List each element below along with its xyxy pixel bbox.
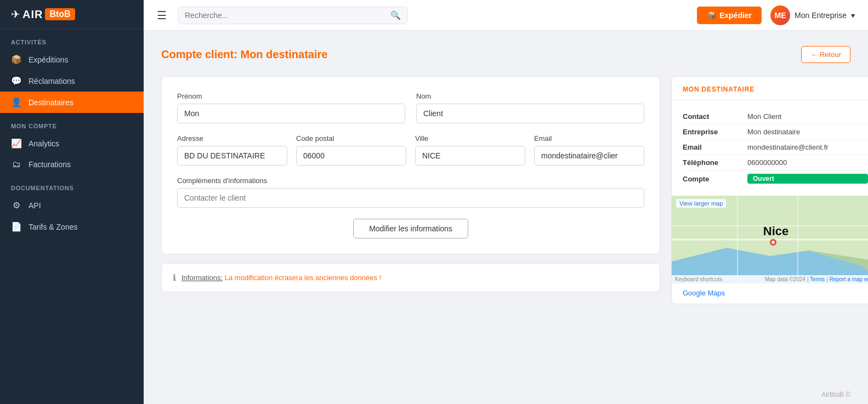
sidebar-item-facturations[interactable]: 🗂 Facturations — [0, 154, 144, 175]
logo-plane-icon: ✈ — [11, 8, 20, 21]
sidebar-item-destinataires[interactable]: 👤 Destinataires — [0, 92, 144, 113]
tarifs-icon: 📄 — [11, 221, 22, 232]
info-row-telephone: Téléphone 0600000000 — [683, 155, 868, 170]
sidebar-item-label: API — [29, 201, 41, 210]
footer: AirBtoB © — [144, 385, 868, 404]
map-data-label: Map data ©2024 | Terms | Report a map er… — [765, 276, 868, 282]
sidebar-item-label: Facturations — [29, 160, 71, 169]
map-keyboard-shortcut: Keyboard shortcuts — [675, 276, 722, 282]
map-data-text: Map data ©2024 — [765, 276, 805, 282]
info-banner: ℹ Informations: La modification écrasera… — [161, 263, 660, 292]
expeditions-icon: 📦 — [11, 54, 22, 65]
ville-label: Ville — [415, 134, 525, 143]
mon-compte-section-label: Mon compte — [0, 113, 144, 133]
content-grid: Prénom Nom Adresse — [161, 76, 850, 304]
info-icon: ℹ — [173, 272, 176, 283]
form-group-complements: Compléments d'informations — [177, 177, 644, 208]
topbar: ☰ 🔍 📦 Expédier ME Mon Entreprise ▾ — [144, 0, 868, 31]
page-header: Compte client: Mon destinataire ← Retour — [161, 46, 850, 63]
expedier-icon: 📦 — [707, 11, 716, 20]
sidebar-item-label: Tarifs & Zones — [29, 223, 77, 231]
contact-label: Contact — [683, 112, 743, 121]
user-profile[interactable]: ME Mon Entreprise ▾ — [770, 5, 855, 25]
form-card: Prénom Nom Adresse — [161, 76, 660, 254]
prenom-label: Prénom — [177, 92, 405, 100]
form-row-name: Prénom Nom — [177, 92, 644, 123]
search-icon: 🔍 — [390, 10, 401, 20]
info-row-email: Email mondestinataire@client.fr — [683, 140, 868, 155]
logo-air-text: AIR — [22, 8, 43, 21]
svg-point-8 — [771, 241, 775, 244]
view-larger-map-link[interactable]: View larger map — [676, 199, 726, 208]
main-area: ☰ 🔍 📦 Expédier ME Mon Entreprise ▾ Compt… — [144, 0, 868, 404]
documentations-section-label: Documentations — [0, 175, 144, 195]
contact-value: Mon Client — [747, 112, 868, 121]
complements-input[interactable] — [177, 188, 644, 208]
prenom-input[interactable] — [177, 104, 405, 123]
activites-section-label: Activités — [0, 29, 144, 49]
email-label: Email — [534, 134, 644, 143]
form-actions: Modifier les informations — [177, 219, 644, 238]
facturations-icon: 🗂 — [11, 160, 22, 169]
form-group-code-postal: Code postal — [296, 134, 406, 166]
search-input[interactable] — [185, 11, 386, 20]
sidebar-item-reclamations[interactable]: 💬 Réclamations — [0, 70, 144, 92]
page-content: Compte client: Mon destinataire ← Retour… — [144, 31, 868, 385]
user-chevron-icon: ▾ — [851, 11, 855, 20]
panel-card: MON DESTINATAIRE Contact Mon Client Entr… — [671, 76, 868, 304]
back-label: ← Retour — [810, 50, 841, 59]
avatar: ME — [770, 5, 790, 25]
page-title: Compte client: Mon destinataire — [161, 48, 327, 61]
compte-label: Compte — [683, 175, 743, 183]
sidebar-item-label: Réclamations — [29, 77, 75, 86]
search-wrapper: 🔍 — [178, 7, 408, 24]
map-container: Nice View larger map Keyboard shortcuts … — [672, 196, 868, 283]
panel-header: MON DESTINATAIRE — [672, 77, 868, 100]
sidebar-item-tarifs[interactable]: 📄 Tarifs & Zones — [0, 216, 144, 237]
info-warning: La modification écrasera les anciennes d… — [225, 274, 381, 282]
api-icon: ⚙ — [11, 200, 22, 210]
sidebar-item-api[interactable]: ⚙ API — [0, 195, 144, 216]
map-svg: Nice — [672, 196, 868, 283]
map-terms-link[interactable]: Terms — [810, 276, 825, 282]
form-group-email: Email — [534, 134, 644, 166]
adresse-input[interactable] — [177, 146, 287, 166]
form-group-prenom: Prénom — [177, 92, 405, 123]
destinataires-icon: 👤 — [11, 97, 22, 107]
adresse-label: Adresse — [177, 134, 287, 143]
topbar-right: 📦 Expédier ME Mon Entreprise ▾ — [697, 5, 855, 25]
hamburger-menu[interactable]: ☰ — [157, 9, 167, 22]
panel-body: Contact Mon Client Entreprise Mon destin… — [672, 100, 868, 196]
back-button[interactable]: ← Retour — [801, 46, 850, 63]
sidebar-item-analytics[interactable]: 📈 Analytics — [0, 133, 144, 154]
modify-label: Modifier les informations — [369, 224, 452, 233]
telephone-value: 0600000000 — [747, 158, 868, 167]
logo-btob-text: BtoB — [45, 8, 75, 20]
info-link[interactable]: Informations: — [181, 274, 223, 282]
page-title-prefix: Compte client: — [161, 48, 237, 60]
page-title-name: Mon destinataire — [240, 48, 327, 60]
nom-input[interactable] — [416, 104, 644, 123]
logo: ✈ AIR BtoB — [0, 0, 144, 29]
form-group-ville: Ville — [415, 134, 525, 166]
expedier-label: Expédier — [719, 11, 752, 20]
user-name: Mon Entreprise — [795, 11, 847, 20]
panel-email-label: Email — [683, 143, 743, 151]
sidebar-item-label: Destinataires — [29, 98, 73, 107]
expedier-button[interactable]: 📦 Expédier — [697, 7, 762, 24]
code-postal-input[interactable] — [296, 146, 406, 166]
sidebar-item-label: Analytics — [29, 139, 59, 148]
map-report-link[interactable]: Report a map error — [830, 276, 868, 282]
google-maps-link[interactable]: Google Maps — [672, 283, 868, 304]
panel-email-value: mondestinataire@client.fr — [747, 143, 868, 151]
email-input[interactable] — [534, 146, 644, 166]
sidebar-item-expeditions[interactable]: 📦 Expéditions — [0, 49, 144, 70]
analytics-icon: 📈 — [11, 138, 22, 149]
sidebar-item-label: Expéditions — [29, 55, 68, 64]
nom-label: Nom — [416, 92, 644, 100]
modify-button[interactable]: Modifier les informations — [353, 219, 468, 238]
left-column: Prénom Nom Adresse — [161, 76, 660, 304]
sidebar: ✈ AIR BtoB Activités 📦 Expéditions 💬 Réc… — [0, 0, 144, 404]
ville-input[interactable] — [415, 146, 525, 166]
compte-badge: Ouvert — [747, 174, 868, 184]
